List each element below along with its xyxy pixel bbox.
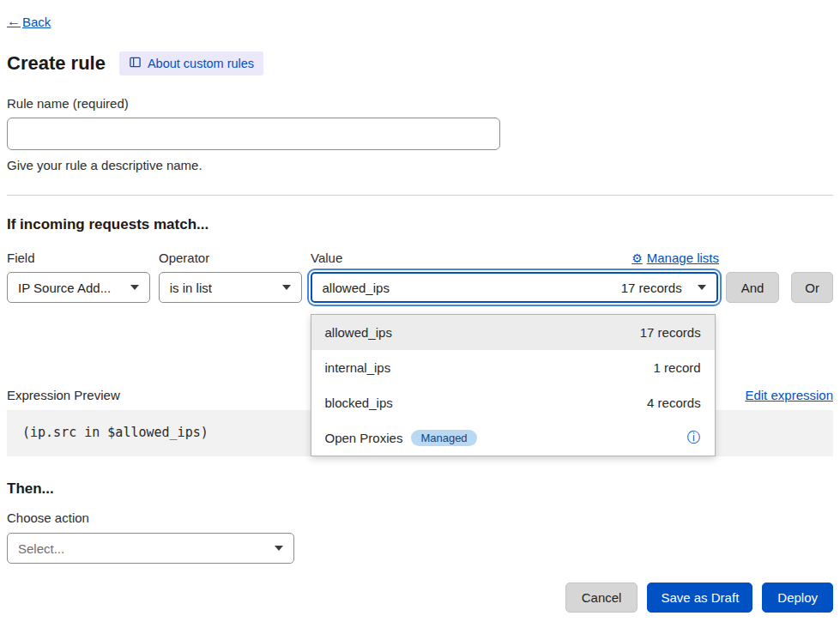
book-icon (129, 56, 142, 71)
list-option-name: Open Proxies (325, 431, 403, 445)
value-select[interactable]: allowed_ips 17 records (311, 272, 718, 303)
divider (7, 195, 833, 196)
page-title: Create rule (7, 52, 106, 75)
or-button[interactable]: Or (791, 272, 833, 303)
match-controls-row: IP Source Add... is in list allowed_ips … (7, 272, 833, 303)
manage-lists-link[interactable]: ⚙ Manage lists (632, 251, 719, 265)
list-option-name: blocked_ips (325, 395, 393, 410)
rule-name-helper: Give your rule a descriptive name. (7, 158, 833, 172)
value-dropdown-menu: allowed_ips 17 records internal_ips 1 re… (311, 314, 716, 456)
value-select-value: allowed_ips (323, 281, 390, 295)
expression-preview-label: Expression Preview (7, 388, 120, 402)
back-link-label: Back (22, 15, 51, 29)
list-option-blocked-ips[interactable]: blocked_ips 4 records (311, 385, 715, 420)
operator-select-value: is in list (170, 281, 212, 295)
list-option-internal-ips[interactable]: internal_ips 1 record (311, 350, 715, 385)
action-select[interactable]: Select... (7, 533, 294, 564)
field-select-value: IP Source Add... (18, 281, 111, 295)
manage-lists-label: Manage lists (647, 251, 719, 265)
create-rule-page: ←Back Create rule About custom rules Rul… (0, 0, 840, 634)
rule-name-input[interactable] (7, 118, 500, 150)
operator-select[interactable]: is in list (159, 272, 302, 303)
field-label: Field (7, 251, 150, 265)
title-row: Create rule About custom rules (7, 51, 833, 75)
edit-expression-link[interactable]: Edit expression (745, 388, 833, 402)
back-arrow-icon: ← (7, 14, 21, 29)
list-option-name: allowed_ips (325, 325, 392, 340)
managed-badge: Managed (411, 430, 476, 446)
about-link-label: About custom rules (148, 57, 254, 70)
action-select-placeholder: Select... (18, 541, 64, 556)
chevron-down-icon (275, 546, 283, 551)
back-link[interactable]: ←Back (7, 14, 51, 29)
list-option-meta: 17 records (640, 325, 701, 340)
operator-label: Operator (159, 251, 302, 265)
gear-icon: ⚙ (632, 251, 643, 265)
value-select-meta: 17 records (621, 281, 682, 295)
chevron-down-icon (282, 285, 291, 290)
and-button[interactable]: And (726, 272, 780, 303)
list-option-open-proxies[interactable]: Open Proxies Managed ⓘ (311, 420, 715, 456)
match-section-heading: If incoming requests match... (7, 216, 833, 233)
info-icon[interactable]: ⓘ (687, 429, 701, 447)
list-option-meta: 1 record (654, 360, 701, 375)
footer-actions: Cancel Save as Draft Deploy (7, 583, 833, 613)
rule-name-label: Rule name (required) (7, 96, 833, 111)
rule-name-group: Rule name (required) Give your rule a de… (7, 96, 833, 172)
choose-action-label: Choose action (7, 510, 833, 525)
list-option-name: internal_ips (325, 360, 391, 375)
match-labels-row: Field Operator Value ⚙ Manage lists (7, 251, 833, 265)
deploy-button[interactable]: Deploy (762, 583, 833, 613)
chevron-down-icon (698, 285, 706, 290)
value-select-wrapper: allowed_ips 17 records allowed_ips 17 re… (311, 272, 718, 303)
then-section-heading: Then... (7, 480, 833, 498)
list-option-meta: 4 records (647, 395, 701, 410)
save-as-draft-button[interactable]: Save as Draft (647, 583, 752, 613)
field-select[interactable]: IP Source Add... (7, 272, 150, 303)
chevron-down-icon (130, 285, 139, 290)
list-option-allowed-ips[interactable]: allowed_ips 17 records (311, 315, 715, 350)
cancel-button[interactable]: Cancel (565, 583, 638, 613)
value-label: Value (311, 251, 342, 265)
about-custom-rules-link[interactable]: About custom rules (119, 51, 263, 75)
